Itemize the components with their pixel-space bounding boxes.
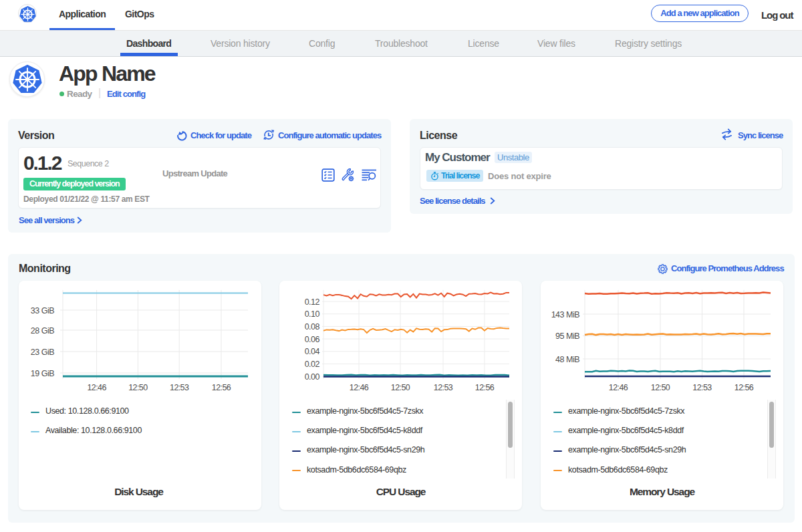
svg-text:12:53: 12:53 [170, 383, 189, 392]
svg-text:12:56: 12:56 [475, 383, 495, 392]
svg-text:12:50: 12:50 [128, 383, 148, 392]
svg-text:12:46: 12:46 [609, 383, 628, 392]
svg-text:0.00: 0.00 [305, 372, 320, 382]
svg-text:12:53: 12:53 [692, 383, 712, 392]
svg-text:12:46: 12:46 [87, 383, 106, 392]
svg-text:12:56: 12:56 [212, 383, 231, 392]
svg-text:0.12: 0.12 [305, 297, 320, 307]
svg-text:0.08: 0.08 [305, 322, 320, 331]
svg-text:0.10: 0.10 [305, 309, 320, 319]
svg-text:48 MiB: 48 MiB [555, 355, 579, 364]
svg-text:33 GiB: 33 GiB [31, 306, 54, 315]
svg-text:143 MiB: 143 MiB [551, 310, 580, 319]
svg-text:12:46: 12:46 [350, 383, 369, 392]
svg-text:12:53: 12:53 [434, 383, 453, 392]
svg-text:23 GiB: 23 GiB [31, 348, 54, 357]
svg-text:0.04: 0.04 [305, 347, 320, 356]
svg-text:28 GiB: 28 GiB [31, 326, 54, 336]
svg-text:19 GiB: 19 GiB [31, 369, 54, 378]
svg-text:0.06: 0.06 [305, 335, 320, 344]
svg-text:12:50: 12:50 [651, 383, 670, 392]
svg-text:0.02: 0.02 [305, 360, 320, 369]
svg-text:12:50: 12:50 [391, 383, 410, 392]
svg-text:12:56: 12:56 [734, 383, 754, 392]
svg-text:95 MiB: 95 MiB [555, 331, 579, 341]
